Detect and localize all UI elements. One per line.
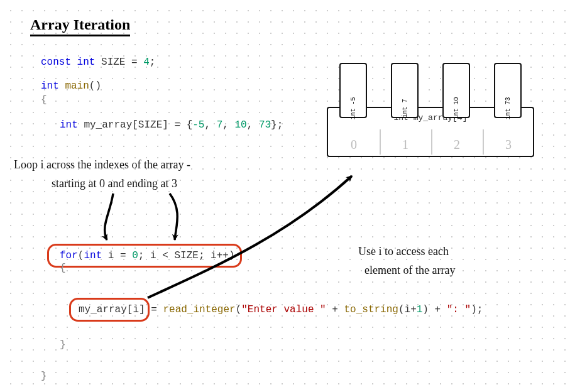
assign-lhs: my_array[i]: [79, 304, 145, 315]
idx-0: 0: [328, 138, 380, 152]
fn-read: read_integer: [163, 304, 235, 315]
str2: ": ": [447, 304, 471, 315]
for-zero: 0: [132, 250, 138, 261]
idx-2: 2: [431, 138, 483, 152]
paren: (): [89, 80, 101, 92]
annotation-use-l2: element of the array: [364, 263, 455, 278]
card-val-0: int -5: [350, 96, 357, 121]
code-line-assign: my_array[i] = read_integer("Enter value …: [79, 304, 483, 315]
num-4: 4: [143, 57, 150, 68]
card-0: int -5: [339, 63, 367, 118]
code-line-const: const int SIZE = 4;: [41, 57, 155, 68]
num1: 1: [417, 304, 423, 315]
kw-int2: int: [41, 80, 59, 92]
arrow-to-diagram: [148, 176, 352, 298]
kw-int3: int: [60, 119, 78, 131]
fn-main: main: [59, 80, 89, 92]
card-val-1: int 7: [402, 96, 408, 121]
annotation-use-l1: Use i to access each: [358, 244, 449, 259]
brace-close-main: }: [41, 371, 47, 382]
card-val-3: int 73: [505, 96, 512, 121]
v3: 10: [234, 119, 246, 131]
for-init: i =: [102, 250, 132, 261]
card-2: int 10: [442, 63, 470, 118]
idx-3: 3: [483, 138, 534, 152]
kw-for: for: [60, 250, 78, 261]
v4: 73: [259, 119, 271, 131]
arrow-to-cond: [170, 193, 177, 240]
code-line-for: for(int i = 0; i < SIZE; i++): [60, 250, 234, 261]
plus1: +: [326, 304, 344, 315]
annotation-loop-l2: starting at 0 and ending at 3: [52, 176, 177, 192]
assign-end: );: [471, 304, 483, 315]
v1: -5: [192, 119, 204, 131]
code-line-main: int main(): [41, 80, 101, 92]
c2: ,: [222, 119, 234, 131]
c3: ,: [247, 119, 259, 131]
kw-const: const: [41, 57, 71, 68]
semi: ;: [150, 57, 156, 68]
brace-open-main: {: [41, 94, 47, 106]
for-cond: ; i < SIZE; i++): [138, 250, 235, 261]
card-1: int 7: [391, 63, 419, 118]
arrow-to-init: [105, 193, 113, 240]
page-title: Array Iteration: [30, 16, 130, 36]
assign-eq: =: [145, 304, 163, 315]
c1: ,: [204, 119, 216, 131]
arr-end: };: [271, 119, 283, 131]
brace-close-for: }: [60, 339, 66, 351]
for-open: (: [78, 250, 84, 261]
card-val-2: int 10: [453, 96, 460, 121]
for-int: int: [84, 250, 102, 261]
array-tray: int my_array[4] 0 1 2 3 int -5 int 7 int…: [327, 107, 534, 157]
code-line-array-decl: int my_array[SIZE] = {-5, 7, 10, 73};: [60, 119, 283, 131]
idx-1: 1: [380, 138, 431, 152]
kw-int: int: [71, 57, 95, 68]
var-size: SIZE =: [95, 57, 143, 68]
v2: 7: [217, 119, 223, 131]
array-diagram: int my_array[4] 0 1 2 3 int -5 int 7 int…: [327, 107, 540, 157]
argend: ) +: [422, 304, 446, 315]
str1: "Enter value ": [241, 304, 326, 315]
assign-open: (: [236, 304, 242, 315]
fn-tostring: to_string: [344, 304, 398, 315]
brace-open-for: {: [60, 263, 66, 274]
arr-decl: my_array[SIZE] = {: [78, 119, 192, 131]
card-3: int 73: [494, 63, 522, 118]
annotation-loop-l1: Loop i across the indexes of the array -: [14, 157, 190, 173]
arg: (i+: [398, 304, 417, 315]
